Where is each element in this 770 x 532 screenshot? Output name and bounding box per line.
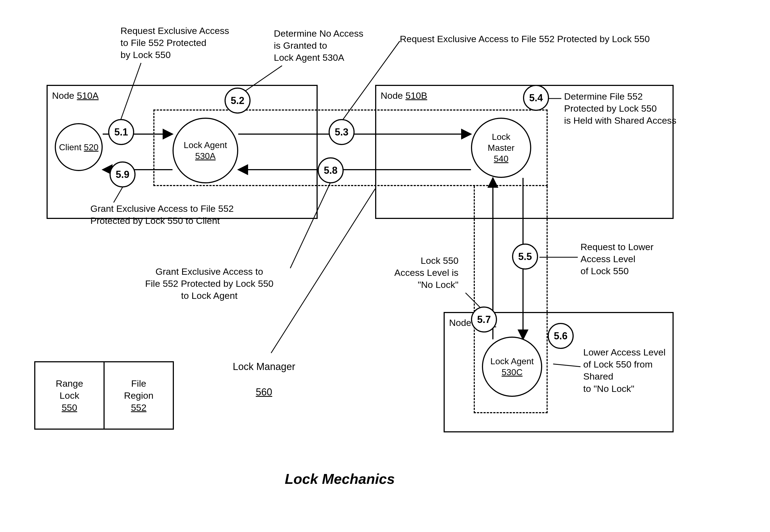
step-5-6: 5.6	[548, 323, 574, 349]
ann-5-5: Request to Lower Access Level of Lock 55…	[581, 241, 654, 277]
diagram-title: Lock Mechanics	[285, 471, 395, 487]
legend-file-region: File Region 552	[105, 362, 173, 429]
ann-5-4: Determine File 552 Protected by Lock 550…	[564, 90, 676, 127]
step-5-1: 5.1	[108, 119, 134, 145]
ann-5-6: Lower Access Level of Lock 550 from Shar…	[583, 346, 666, 395]
ann-5-1: Request Exclusive Access to File 552 Pro…	[120, 25, 229, 61]
step-5-4: 5.4	[523, 85, 549, 111]
ann-5-2: Determine No Access is Granted to Lock A…	[274, 27, 363, 64]
step-5-9: 5.9	[109, 161, 135, 187]
lock-agent-c-circle: Lock Agent 530C	[482, 337, 542, 397]
step-5-2: 5.2	[224, 88, 250, 114]
step-5-5: 5.5	[512, 244, 538, 270]
legend-box: Range Lock 550 File Region 552	[34, 361, 174, 430]
step-5-7: 5.7	[471, 307, 497, 333]
legend-range-lock: Range Lock 550	[35, 362, 105, 429]
ann-5-8: Grant Exclusive Access to File 552 Prote…	[145, 265, 273, 302]
client-circle: Client 520	[55, 123, 103, 171]
ann-5-7: Lock 550 Access Level is "No Lock"	[394, 255, 459, 291]
step-5-3: 5.3	[328, 119, 354, 145]
node-510a-label: Node 510A	[52, 90, 99, 101]
node-510b-label: Node 510B	[380, 90, 427, 101]
diagram-canvas: Node 510A Node 510B Node 510C	[11, 11, 759, 521]
lock-manager-label: Lock Manager 560	[222, 348, 295, 412]
ann-5-9: Grant Exclusive Access to File 552 Prote…	[90, 203, 233, 227]
lock-master-circle: Lock Master 540	[471, 118, 531, 178]
step-5-8: 5.8	[318, 157, 344, 183]
lock-agent-a-circle: Lock Agent 530A	[172, 118, 238, 183]
ann-5-3: Request Exclusive Access to File 552 Pro…	[400, 33, 650, 45]
